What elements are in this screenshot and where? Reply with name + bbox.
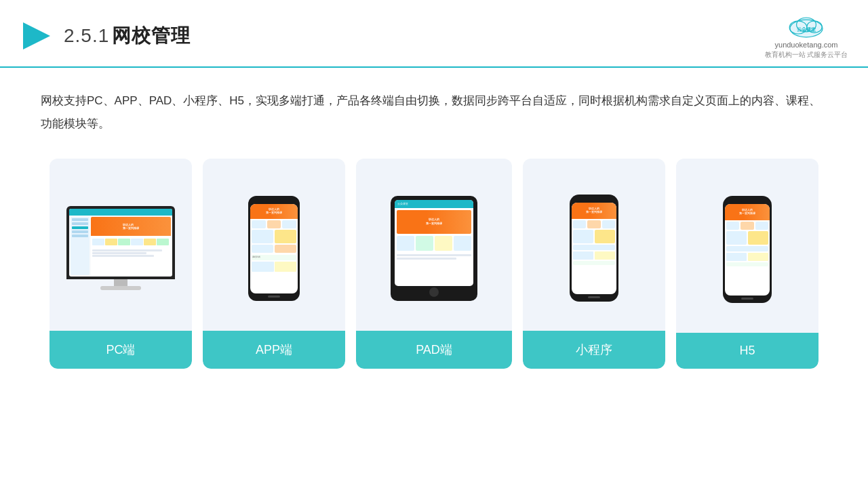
card-pc: 职达人的第一堂判推课 [50,159,192,369]
logo-tagline2: 式服务云平台 [807,50,848,60]
card-h5: 职达人的第一堂判推课 [676,159,818,369]
description: 网校支持PC、APP、PAD、小程序、H5，实现多端打通，产品各终端自由切换，数… [0,68,868,152]
card-h5-image: 职达人的第一堂判推课 [676,159,818,333]
logo-icon: 云朵课堂 [779,12,833,39]
card-app: 职达人的第一堂判推课 [203,159,345,369]
card-app-image: 职达人的第一堂判推课 [203,159,345,331]
card-app-label: APP端 [203,331,345,369]
logo-url: yunduoketang.com [775,41,838,49]
logo-tagline1: 教育机构一站 [765,50,806,60]
svg-marker-0 [23,22,50,49]
page-title: 2.5.1网校管理 [64,23,191,49]
card-miniapp-label: 小程序 [523,331,665,369]
card-pad-label: PAD端 [356,331,512,369]
header: 2.5.1网校管理 云朵课堂 yunduoketang.com 教育机构一站 式… [0,0,868,68]
card-pad: 云朵课堂 职达人的第一堂判推课 [356,159,512,369]
description-text: 网校支持PC、APP、PAD、小程序、H5，实现多端打通，产品各终端自由切换，数… [41,89,827,136]
play-icon [20,20,53,52]
header-left: 2.5.1网校管理 [20,20,191,52]
card-pc-label: PC端 [50,331,192,369]
tablet-mockup: 云朵课堂 职达人的第一堂判推课 [390,196,478,301]
cards-container: 职达人的第一堂判推课 [0,152,868,389]
phone-mockup: 职达人的第一堂判推课 [247,196,301,301]
logo-area: 云朵课堂 yunduoketang.com 教育机构一站 式服务云平台 [765,12,848,60]
monitor-mockup: 职达人的第一堂判推课 [63,206,178,290]
card-miniapp: 职达人的第一堂判推课 [523,159,665,369]
card-h5-label: H5 [676,333,818,369]
card-pad-image: 云朵课堂 职达人的第一堂判推课 [356,159,512,331]
card-miniapp-image: 职达人的第一堂判推课 [523,159,665,331]
svg-text:云朵课堂: 云朵课堂 [797,26,816,33]
phone-h5-mockup: 职达人的第一堂判推课 [722,196,773,303]
phone-miniapp-mockup: 职达人的第一堂判推课 [569,195,620,302]
card-pc-image: 职达人的第一堂判推课 [50,159,192,331]
